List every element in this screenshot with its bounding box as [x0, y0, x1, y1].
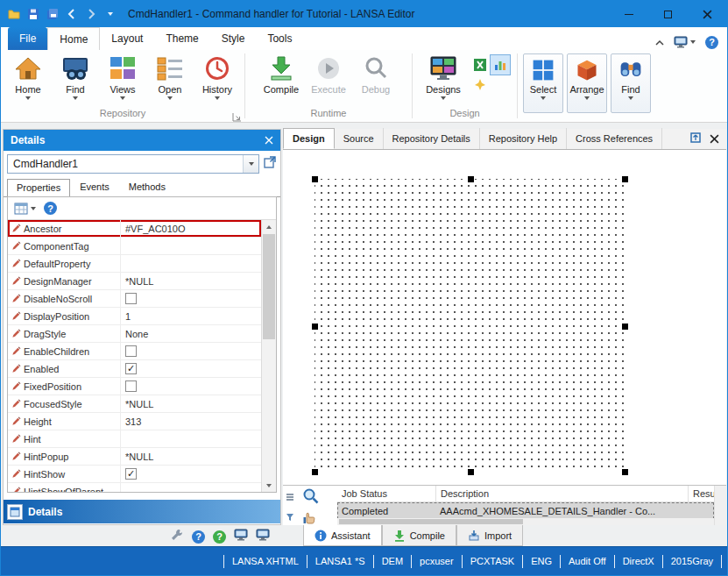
settings-button[interactable] — [170, 528, 184, 545]
details-bottom-tab[interactable]: Details — [4, 500, 280, 523]
ribbon-button-views[interactable]: Views — [99, 52, 146, 100]
checkbox[interactable] — [125, 380, 137, 392]
ribbon-button-designs[interactable]: Designs — [420, 52, 467, 100]
output-horizontal-scrollbar[interactable] — [337, 518, 714, 525]
ribbon-button-find-design[interactable]: Find — [611, 53, 651, 113]
new-document-button[interactable] — [7, 7, 21, 21]
tab-assistant[interactable]: Assistant — [303, 525, 382, 546]
tab-file[interactable]: File — [8, 27, 47, 50]
float-view-button[interactable] — [689, 132, 702, 147]
property-value[interactable]: 1 — [120, 308, 261, 324]
tab-layout[interactable]: Layout — [100, 27, 154, 50]
property-row-clipped[interactable]: HintShowOfParent — [8, 483, 261, 492]
chart-button[interactable] — [491, 55, 510, 75]
ribbon-button-find[interactable]: Find — [52, 52, 99, 100]
wizard-button[interactable] — [470, 75, 490, 95]
property-value[interactable] — [120, 430, 261, 447]
column-header-result[interactable]: Resu — [688, 486, 714, 501]
forward-button[interactable] — [84, 7, 98, 21]
property-grid-scrollbar[interactable] — [261, 220, 276, 492]
resize-handle-sw[interactable] — [312, 469, 318, 475]
property-row-defaultproperty[interactable]: DefaultProperty — [8, 255, 261, 273]
ribbon-button-history[interactable]: History — [194, 52, 241, 100]
resize-handle-ne[interactable] — [622, 176, 628, 182]
design-surface[interactable] — [315, 179, 626, 473]
property-row-hintpopup[interactable]: HintPopup *NULL — [8, 448, 261, 466]
column-header-description[interactable]: Description — [435, 486, 688, 501]
qat-customize-button[interactable] — [103, 7, 117, 21]
help-button-green[interactable] — [213, 530, 226, 544]
property-row-disablenoscroll[interactable]: DisableNoScroll — [8, 290, 261, 308]
property-value[interactable]: 313 — [120, 413, 261, 430]
resize-handle-se[interactable] — [622, 469, 628, 475]
scrollbar-thumb[interactable] — [339, 519, 523, 524]
property-row-displayposition[interactable]: DisplayPosition 1 — [8, 308, 261, 325]
tab-methods[interactable]: Methods — [119, 178, 175, 196]
checkbox[interactable] — [125, 468, 137, 480]
search-jobs-button[interactable] — [302, 487, 320, 508]
property-row-hintshow[interactable]: HintShow — [8, 466, 261, 483]
ribbon-button-compile[interactable]: Compile — [258, 52, 305, 95]
table-row[interactable]: Completed AAAcmd_XHOMESALE_DETAILS_Handl… — [337, 502, 714, 519]
filter-button[interactable] — [286, 509, 294, 525]
help-button-blue[interactable] — [192, 530, 205, 544]
tab-design[interactable]: Design — [283, 128, 335, 149]
column-header-job-status[interactable]: Job Status — [337, 486, 435, 501]
ribbon-button-select[interactable]: Select — [523, 53, 563, 113]
ribbon-button-home[interactable]: Home — [4, 52, 52, 100]
tab-home[interactable]: Home — [47, 27, 100, 50]
component-selector[interactable]: CmdHandler1 — [7, 154, 259, 174]
close-button[interactable] — [688, 1, 727, 27]
tab-repository-help[interactable]: Repository Help — [480, 128, 567, 149]
property-value[interactable] — [120, 483, 261, 492]
scrollbar-thumb[interactable] — [263, 234, 275, 339]
tab-cross-references[interactable]: Cross References — [567, 128, 662, 149]
ribbon-button-open[interactable]: Open — [146, 52, 194, 100]
tab-tools[interactable]: Tools — [256, 27, 303, 50]
scroll-up-button[interactable] — [262, 220, 276, 233]
property-row-ancestor[interactable]: Ancestor #VF_AC010O — [8, 220, 261, 238]
property-row-componenttag[interactable]: ComponentTag — [8, 238, 261, 255]
scroll-down-button[interactable] — [262, 479, 276, 492]
maximize-button[interactable] — [648, 1, 688, 27]
tab-import[interactable]: Import — [456, 525, 523, 546]
tab-repository-details[interactable]: Repository Details — [384, 128, 480, 149]
property-row-designmanager[interactable]: DesignManager *NULL — [8, 273, 261, 290]
property-value[interactable]: *NULL — [120, 273, 261, 289]
resize-handle-n[interactable] — [468, 176, 474, 182]
property-value[interactable] — [120, 255, 261, 272]
resize-handle-w[interactable] — [312, 324, 318, 330]
checkbox[interactable] — [125, 363, 137, 374]
property-help-button[interactable] — [44, 202, 57, 215]
tab-source[interactable]: Source — [335, 128, 384, 149]
close-view-button[interactable] — [710, 132, 719, 147]
checkbox[interactable] — [125, 345, 137, 357]
tab-properties[interactable]: Properties — [7, 179, 70, 197]
property-value[interactable]: *NULL — [120, 448, 261, 465]
tab-events[interactable]: Events — [70, 178, 119, 196]
open-component-button[interactable] — [263, 155, 277, 173]
property-row-focusedstyle[interactable]: FocusedStyle *NULL — [8, 395, 261, 413]
ribbon-button-execute[interactable]: Execute — [305, 52, 352, 95]
property-row-enabled[interactable]: Enabled — [8, 360, 261, 378]
tab-theme[interactable]: Theme — [154, 27, 209, 50]
design-canvas[interactable] — [283, 150, 726, 485]
combo-dropdown-button[interactable] — [243, 155, 258, 173]
property-value[interactable]: #VF_AC010O — [120, 220, 261, 237]
output-vertical-scrollbar[interactable] — [714, 486, 726, 525]
resize-handle-s[interactable] — [468, 469, 474, 475]
property-row-dragstyle[interactable]: DragStyle None — [8, 325, 261, 343]
display-button[interactable] — [234, 528, 248, 545]
dialog-launcher-button[interactable] — [232, 110, 242, 119]
collapse-ribbon-button[interactable] — [655, 34, 664, 50]
property-value[interactable]: *NULL — [120, 395, 261, 412]
property-row-enablechildren[interactable]: EnableChildren — [8, 343, 261, 360]
tab-style[interactable]: Style — [210, 27, 257, 50]
ribbon-button-arrange[interactable]: Arrange — [567, 53, 607, 113]
resize-handle-nw[interactable] — [312, 176, 318, 182]
close-panel-button[interactable] — [265, 136, 273, 145]
remote-display-button[interactable] — [256, 528, 270, 545]
back-button[interactable] — [65, 7, 79, 21]
display-options-button[interactable] — [674, 35, 696, 49]
list-view-button[interactable] — [286, 489, 294, 505]
